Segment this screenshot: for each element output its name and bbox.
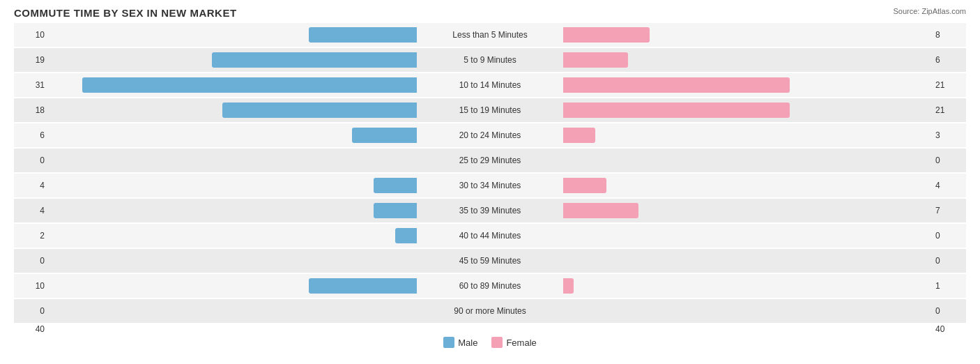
male-value: 10 bbox=[14, 30, 49, 40]
row-label: 20 to 24 Minutes bbox=[459, 130, 521, 140]
row-label: 15 to 19 Minutes bbox=[459, 105, 521, 115]
female-value: 0 bbox=[931, 306, 966, 316]
male-bar bbox=[309, 27, 417, 43]
legend: Male Female bbox=[14, 337, 966, 348]
row-label: 40 to 44 Minutes bbox=[459, 231, 521, 241]
bar-section: 40 to 44 Minutes bbox=[49, 224, 931, 248]
bar-section: 20 to 24 Minutes bbox=[49, 123, 931, 147]
male-bar bbox=[82, 77, 417, 93]
row-label: 10 to 14 Minutes bbox=[459, 80, 521, 90]
male-legend-box bbox=[443, 337, 454, 348]
female-value: 4 bbox=[931, 181, 966, 190]
bar-section: 35 to 39 Minutes bbox=[49, 199, 931, 222]
legend-female: Female bbox=[491, 337, 536, 348]
chart-row: 4 30 to 34 Minutes 4 bbox=[14, 174, 966, 197]
male-bar bbox=[395, 228, 417, 243]
female-value: 6 bbox=[931, 55, 966, 65]
chart-row: 4 35 to 39 Minutes 7 bbox=[14, 199, 966, 222]
male-value: 0 bbox=[14, 156, 49, 165]
row-label: 30 to 34 Minutes bbox=[459, 181, 521, 190]
bar-section: Less than 5 Minutes bbox=[49, 23, 931, 47]
female-value: 0 bbox=[931, 156, 966, 165]
bar-section: 90 or more Minutes bbox=[49, 299, 931, 323]
row-label: 35 to 39 Minutes bbox=[459, 206, 521, 215]
bar-section: 45 to 59 Minutes bbox=[49, 249, 931, 273]
chart-row: 0 25 to 29 Minutes 0 bbox=[14, 149, 966, 172]
female-value: 0 bbox=[931, 256, 966, 266]
female-value: 7 bbox=[931, 206, 966, 215]
chart-row: 6 20 to 24 Minutes 3 bbox=[14, 123, 966, 147]
female-legend-label: Female bbox=[506, 338, 536, 348]
female-value: 21 bbox=[931, 80, 966, 90]
legend-male: Male bbox=[443, 337, 477, 348]
chart-row: 0 45 to 59 Minutes 0 bbox=[14, 249, 966, 273]
chart-container: COMMUTE TIME BY SEX IN NEW MARKET Source… bbox=[0, 0, 980, 364]
female-bar bbox=[563, 278, 574, 294]
chart-row: 10 60 to 89 Minutes 1 bbox=[14, 274, 966, 298]
female-value: 1 bbox=[931, 281, 966, 291]
male-value: 0 bbox=[14, 306, 49, 316]
axis-right-label: 40 bbox=[931, 324, 966, 334]
male-bar bbox=[374, 203, 417, 218]
row-label: 60 to 89 Minutes bbox=[459, 281, 521, 291]
axis-left-label: 40 bbox=[14, 324, 49, 334]
male-legend-label: Male bbox=[458, 338, 477, 348]
axis-row: 40 40 bbox=[14, 324, 966, 334]
female-bar bbox=[563, 77, 790, 93]
bar-section: 25 to 29 Minutes bbox=[49, 149, 931, 172]
male-bar bbox=[309, 278, 417, 294]
female-value: 0 bbox=[931, 231, 966, 241]
chart-row: 2 40 to 44 Minutes 0 bbox=[14, 224, 966, 248]
female-bar bbox=[563, 103, 790, 118]
female-value: 21 bbox=[931, 105, 966, 115]
chart-row: 0 90 or more Minutes 0 bbox=[14, 299, 966, 323]
male-value: 31 bbox=[14, 80, 49, 90]
row-label: 25 to 29 Minutes bbox=[459, 156, 521, 165]
female-bar bbox=[563, 128, 595, 143]
source-label: Source: ZipAtlas.com bbox=[893, 7, 966, 15]
female-bar bbox=[563, 27, 650, 43]
chart-row: 19 5 to 9 Minutes 6 bbox=[14, 48, 966, 72]
chart-row: 10 Less than 5 Minutes 8 bbox=[14, 23, 966, 47]
bar-section: 30 to 34 Minutes bbox=[49, 174, 931, 197]
female-value: 3 bbox=[931, 130, 966, 140]
male-bar bbox=[222, 103, 417, 118]
male-value: 4 bbox=[14, 181, 49, 190]
male-value: 4 bbox=[14, 206, 49, 215]
male-bar bbox=[352, 128, 417, 143]
chart-row: 18 15 to 19 Minutes 21 bbox=[14, 98, 966, 122]
female-bar bbox=[563, 52, 628, 68]
row-label: 5 to 9 Minutes bbox=[464, 55, 516, 65]
bar-section: 5 to 9 Minutes bbox=[49, 48, 931, 72]
female-value: 8 bbox=[931, 30, 966, 40]
row-label: Less than 5 Minutes bbox=[452, 30, 527, 40]
male-value: 6 bbox=[14, 130, 49, 140]
bar-section: 15 to 19 Minutes bbox=[49, 98, 931, 122]
row-label: 90 or more Minutes bbox=[454, 306, 526, 316]
male-value: 18 bbox=[14, 105, 49, 115]
female-bar bbox=[563, 203, 638, 218]
chart-row: 31 10 to 14 Minutes 21 bbox=[14, 73, 966, 97]
male-value: 19 bbox=[14, 55, 49, 65]
chart-title: COMMUTE TIME BY SEX IN NEW MARKET bbox=[14, 7, 966, 19]
bar-section: 10 to 14 Minutes bbox=[49, 73, 931, 97]
male-bar bbox=[374, 178, 417, 193]
male-value: 2 bbox=[14, 231, 49, 241]
chart-area: 10 Less than 5 Minutes 8 19 5 to 9 Minut… bbox=[14, 23, 966, 323]
bar-section: 60 to 89 Minutes bbox=[49, 274, 931, 298]
male-bar bbox=[212, 52, 417, 68]
male-value: 0 bbox=[14, 256, 49, 266]
row-label: 45 to 59 Minutes bbox=[459, 256, 521, 266]
male-value: 10 bbox=[14, 281, 49, 291]
female-legend-box bbox=[491, 337, 503, 348]
female-bar bbox=[563, 178, 606, 193]
